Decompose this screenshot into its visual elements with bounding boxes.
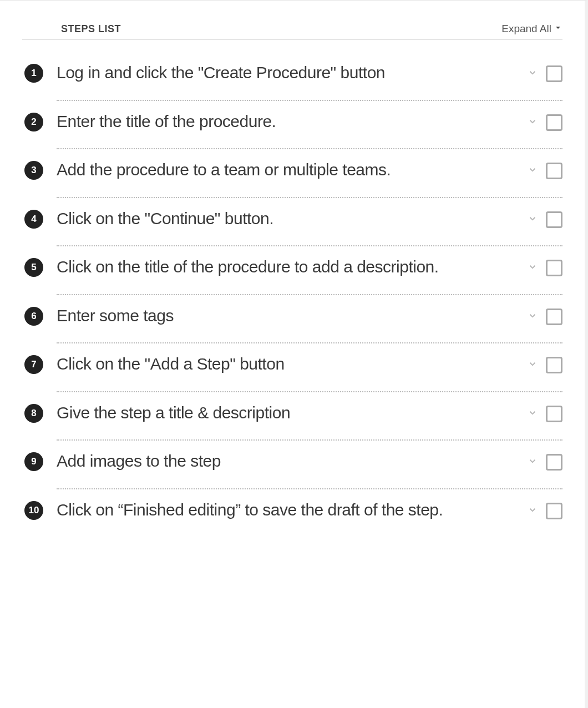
step-actions [527,357,562,373]
step-number-badge: 7 [24,355,43,374]
step-actions [527,114,562,131]
step-row: 4Click on the "Continue" button. [22,198,562,247]
step-actions [527,503,562,519]
steps-list-label: STEPS LIST [61,23,121,35]
step-title[interactable]: Click on “Finished editing” to save the … [57,499,520,520]
step-complete-checkbox[interactable] [546,503,562,519]
chevron-down-icon [528,311,538,323]
chevron-down-icon [528,505,538,517]
step-row: 7Click on the "Add a Step" button [22,343,562,392]
step-title[interactable]: Log in and click the "Create Procedure" … [57,62,520,83]
step-top: Give the step a title & description [57,402,562,440]
step-complete-checkbox[interactable] [546,406,562,422]
step-complete-checkbox[interactable] [546,260,562,276]
step-complete-checkbox[interactable] [546,309,562,325]
step-top: Click on the "Add a Step" button [57,353,562,391]
step-body: Enter the title of the procedure. [57,111,562,150]
step-complete-checkbox[interactable] [546,65,562,82]
step-number-badge: 5 [24,258,43,277]
step-body: Click on the "Add a Step" button [57,353,562,392]
step-top: Click on the "Continue" button. [57,208,562,246]
expand-step-button[interactable] [527,262,538,274]
step-title[interactable]: Click on the title of the procedure to a… [57,256,520,277]
step-top: Click on “Finished editing” to save the … [57,499,562,537]
step-row: 6Enter some tags [22,295,562,344]
step-actions [527,211,562,228]
step-top: Add images to the step [57,451,562,488]
step-row: 10Click on “Finished editing” to save th… [22,489,562,537]
step-complete-checkbox[interactable] [546,454,562,471]
step-number-badge: 4 [24,210,43,229]
step-top: Enter some tags [57,305,562,343]
chevron-down-icon [528,165,538,177]
step-top: Enter the title of the procedure. [57,111,562,149]
step-title[interactable]: Add images to the step [57,451,520,472]
chevron-down-icon [528,68,538,80]
step-body: Click on the title of the procedure to a… [57,256,562,295]
step-actions [527,309,562,325]
step-complete-checkbox[interactable] [546,211,562,228]
expand-step-button[interactable] [527,165,538,176]
step-body: Click on the "Continue" button. [57,208,562,247]
step-number-badge: 2 [24,113,43,132]
expand-step-button[interactable] [527,117,538,128]
step-body: Log in and click the "Create Procedure" … [57,62,562,101]
expand-step-button[interactable] [527,360,538,371]
step-number-badge: 3 [24,161,43,180]
step-actions [527,260,562,276]
step-title[interactable]: Click on the "Add a Step" button [57,353,520,375]
expand-step-button[interactable] [527,68,538,79]
step-title[interactable]: Give the step a title & description [57,402,520,423]
step-title[interactable]: Add the procedure to a team or multiple … [57,159,520,180]
expand-step-button[interactable] [527,214,538,225]
expand-all-button[interactable]: Expand All [501,23,562,35]
expand-step-button[interactable] [527,457,538,468]
step-title[interactable]: Enter the title of the procedure. [57,111,520,132]
chevron-down-icon [528,359,538,371]
step-body: Enter some tags [57,305,562,344]
expand-step-button[interactable] [527,311,538,322]
chevron-down-icon [528,117,538,129]
step-body: Add images to the step [57,451,562,489]
step-complete-checkbox[interactable] [546,114,562,131]
step-row: 9Add images to the step [22,441,562,489]
step-body: Give the step a title & description [57,402,562,441]
step-row: 5Click on the title of the procedure to … [22,246,562,295]
chevron-down-icon [528,214,538,226]
step-actions [527,163,562,179]
step-row: 8Give the step a title & description [22,392,562,441]
step-number-badge: 6 [24,307,43,326]
step-row: 1Log in and click the "Create Procedure"… [22,52,562,101]
step-top: Add the procedure to a team or multiple … [57,159,562,197]
steps-list-header: STEPS LIST Expand All [22,23,562,40]
step-top: Log in and click the "Create Procedure" … [57,62,562,100]
step-title[interactable]: Click on the "Continue" button. [57,208,520,229]
chevron-down-icon [528,262,538,274]
step-body: Click on “Finished editing” to save the … [57,499,562,537]
step-title[interactable]: Enter some tags [57,305,520,326]
step-top: Click on the title of the procedure to a… [57,256,562,294]
step-row: 3Add the procedure to a team or multiple… [22,149,562,198]
step-actions [527,406,562,422]
chevron-down-icon [528,408,538,420]
step-actions [527,454,562,471]
step-row: 2Enter the title of the procedure. [22,101,562,150]
step-number-badge: 1 [24,64,43,83]
step-number-badge: 10 [24,501,43,520]
chevron-down-icon [554,23,562,35]
expand-step-button[interactable] [527,505,538,517]
expand-step-button[interactable] [527,408,538,419]
step-body: Add the procedure to a team or multiple … [57,159,562,198]
expand-all-label: Expand All [501,23,551,35]
step-number-badge: 8 [24,404,43,423]
chevron-down-icon [528,456,538,468]
step-complete-checkbox[interactable] [546,357,562,373]
step-complete-checkbox[interactable] [546,163,562,179]
step-actions [527,65,562,82]
step-number-badge: 9 [24,452,43,471]
